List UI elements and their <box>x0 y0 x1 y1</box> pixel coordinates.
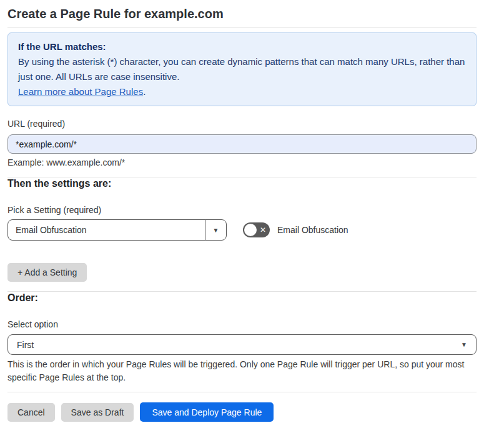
cancel-button[interactable]: Cancel <box>7 403 55 422</box>
url-field-label: URL (required) <box>7 119 477 129</box>
link-period: . <box>143 86 146 97</box>
footer-actions: Cancel Save as Draft Save and Deploy Pag… <box>7 402 477 422</box>
order-section-heading: Order: <box>7 292 477 304</box>
order-select[interactable]: First ▼ <box>7 334 477 355</box>
title-divider <box>7 27 477 28</box>
toggle-label: Email Obfuscation <box>277 225 348 235</box>
url-match-info-box: If the URL matches: By using the asteris… <box>7 32 477 106</box>
toggle-off-x-icon: ✕ <box>260 222 266 237</box>
info-box-heading: If the URL matches: <box>18 39 466 54</box>
setting-dropdown-value: Email Obfuscation <box>8 220 205 240</box>
page-title: Create a Page Rule for example.com <box>7 6 477 22</box>
footer-divider <box>7 392 477 392</box>
info-box-link-line: Learn more about Page Rules. <box>18 84 466 99</box>
url-input[interactable] <box>7 134 477 154</box>
create-page-rule-form: Create a Page Rule for example.com If th… <box>0 0 484 448</box>
save-and-deploy-button[interactable]: Save and Deploy Page Rule <box>140 402 274 422</box>
pick-setting-label: Pick a Setting (required) <box>7 205 477 216</box>
select-chevron-down-icon: ▼ <box>461 341 467 348</box>
email-obfuscation-toggle-group: ✕ Email Obfuscation <box>243 222 348 237</box>
info-box-body: By using the asterisk (*) character, you… <box>18 54 466 84</box>
order-helper-text: This is the order in which your Page Rul… <box>7 358 477 384</box>
settings-section-heading: Then the settings are: <box>7 177 477 190</box>
add-setting-button[interactable]: + Add a Setting <box>7 263 87 282</box>
save-as-draft-button[interactable]: Save as Draft <box>61 403 134 422</box>
url-example-helper: Example: www.example.com/* <box>7 157 477 168</box>
setting-dropdown-arrow-button[interactable]: ▼ <box>205 220 226 240</box>
email-obfuscation-toggle[interactable]: ✕ <box>243 222 270 237</box>
toggle-knob <box>244 224 257 236</box>
setting-dropdown[interactable]: Email Obfuscation ▼ <box>7 219 227 241</box>
learn-more-link[interactable]: Learn more about Page Rules <box>18 86 143 97</box>
order-select-label: Select option <box>7 319 477 330</box>
order-select-value: First <box>17 340 34 350</box>
setting-row: Email Obfuscation ▼ ✕ Email Obfuscation <box>7 219 477 241</box>
chevron-down-icon: ▼ <box>213 227 219 234</box>
